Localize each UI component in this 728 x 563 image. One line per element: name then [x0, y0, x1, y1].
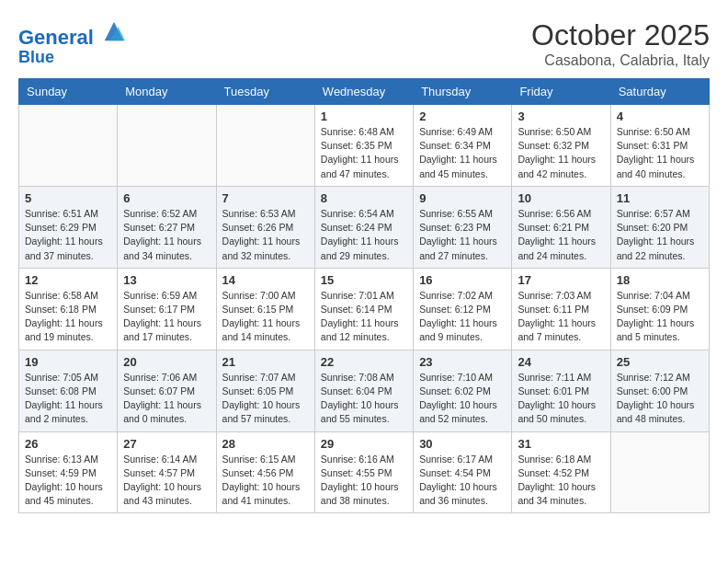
logo-text: General	[18, 18, 127, 49]
weekday-header-thursday: Thursday	[414, 79, 512, 105]
day-number: 22	[321, 355, 407, 369]
day-info: Sunrise: 6:48 AM Sunset: 6:35 PM Dayligh…	[321, 125, 407, 181]
page-header: General Blue October 2025 Casabona, Cala…	[18, 18, 710, 69]
weekday-header-tuesday: Tuesday	[216, 79, 314, 105]
day-number: 8	[321, 191, 407, 205]
calendar-cell: 21Sunrise: 7:07 AM Sunset: 6:05 PM Dayli…	[216, 350, 314, 431]
calendar-cell: 9Sunrise: 6:55 AM Sunset: 6:23 PM Daylig…	[414, 186, 512, 268]
day-number: 21	[222, 355, 309, 369]
weekday-header-wednesday: Wednesday	[314, 79, 413, 105]
day-info: Sunrise: 7:10 AM Sunset: 6:02 PM Dayligh…	[419, 371, 506, 427]
calendar-cell: 11Sunrise: 6:57 AM Sunset: 6:20 PM Dayli…	[610, 186, 709, 268]
day-number: 6	[123, 191, 210, 205]
day-info: Sunrise: 6:18 AM Sunset: 4:52 PM Dayligh…	[518, 453, 604, 509]
calendar-cell: 19Sunrise: 7:05 AM Sunset: 6:08 PM Dayli…	[19, 350, 118, 431]
logo-icon	[101, 18, 127, 44]
calendar-cell: 30Sunrise: 6:17 AM Sunset: 4:54 PM Dayli…	[414, 431, 512, 513]
calendar-cell: 20Sunrise: 7:06 AM Sunset: 6:07 PM Dayli…	[118, 350, 216, 431]
logo-blue: Blue	[18, 49, 127, 67]
day-info: Sunrise: 6:58 AM Sunset: 6:18 PM Dayligh…	[25, 289, 111, 345]
day-info: Sunrise: 6:52 AM Sunset: 6:27 PM Dayligh…	[123, 207, 210, 263]
calendar-cell: 3Sunrise: 6:50 AM Sunset: 6:32 PM Daylig…	[512, 105, 610, 187]
day-info: Sunrise: 7:01 AM Sunset: 6:14 PM Dayligh…	[321, 289, 407, 345]
day-number: 24	[518, 355, 604, 369]
calendar-cell: 10Sunrise: 6:56 AM Sunset: 6:21 PM Dayli…	[512, 186, 610, 268]
calendar-cell: 7Sunrise: 6:53 AM Sunset: 6:26 PM Daylig…	[216, 186, 314, 268]
day-info: Sunrise: 6:15 AM Sunset: 4:56 PM Dayligh…	[222, 453, 309, 509]
calendar-cell: 14Sunrise: 7:00 AM Sunset: 6:15 PM Dayli…	[216, 268, 314, 350]
calendar-cell: 27Sunrise: 6:14 AM Sunset: 4:57 PM Dayli…	[118, 431, 216, 513]
calendar-cell: 18Sunrise: 7:04 AM Sunset: 6:09 PM Dayli…	[610, 268, 709, 350]
calendar-cell: 24Sunrise: 7:11 AM Sunset: 6:01 PM Dayli…	[512, 350, 610, 431]
day-number: 29	[321, 437, 407, 451]
calendar-cell: 4Sunrise: 6:50 AM Sunset: 6:31 PM Daylig…	[610, 105, 709, 187]
calendar-cell: 6Sunrise: 6:52 AM Sunset: 6:27 PM Daylig…	[118, 186, 216, 268]
weekday-header-sunday: Sunday	[19, 79, 118, 105]
calendar-table: SundayMondayTuesdayWednesdayThursdayFrid…	[18, 78, 710, 513]
day-info: Sunrise: 6:13 AM Sunset: 4:59 PM Dayligh…	[25, 453, 111, 509]
day-info: Sunrise: 7:03 AM Sunset: 6:11 PM Dayligh…	[518, 289, 604, 345]
day-number: 15	[321, 273, 407, 287]
calendar-cell: 8Sunrise: 6:54 AM Sunset: 6:24 PM Daylig…	[314, 186, 413, 268]
calendar-week-row: 5Sunrise: 6:51 AM Sunset: 6:29 PM Daylig…	[19, 186, 710, 268]
calendar-week-row: 12Sunrise: 6:58 AM Sunset: 6:18 PM Dayli…	[19, 268, 710, 350]
calendar-cell: 12Sunrise: 6:58 AM Sunset: 6:18 PM Dayli…	[19, 268, 118, 350]
day-info: Sunrise: 6:14 AM Sunset: 4:57 PM Dayligh…	[123, 453, 210, 509]
day-info: Sunrise: 6:53 AM Sunset: 6:26 PM Dayligh…	[222, 207, 309, 263]
calendar-cell: 23Sunrise: 7:10 AM Sunset: 6:02 PM Dayli…	[414, 350, 512, 431]
calendar-week-row: 1Sunrise: 6:48 AM Sunset: 6:35 PM Daylig…	[19, 105, 710, 187]
day-number: 7	[222, 191, 309, 205]
day-number: 26	[25, 437, 111, 451]
day-info: Sunrise: 7:07 AM Sunset: 6:05 PM Dayligh…	[222, 371, 309, 427]
day-number: 10	[518, 191, 604, 205]
title-block: October 2025 Casabona, Calabria, Italy	[531, 18, 710, 69]
day-info: Sunrise: 7:06 AM Sunset: 6:07 PM Dayligh…	[123, 371, 210, 427]
calendar-cell: 22Sunrise: 7:08 AM Sunset: 6:04 PM Dayli…	[314, 350, 413, 431]
day-info: Sunrise: 7:04 AM Sunset: 6:09 PM Dayligh…	[617, 289, 703, 345]
day-number: 30	[419, 437, 506, 451]
logo: General Blue	[18, 18, 127, 67]
calendar-cell: 2Sunrise: 6:49 AM Sunset: 6:34 PM Daylig…	[414, 105, 512, 187]
weekday-header-friday: Friday	[512, 79, 610, 105]
calendar-cell: 16Sunrise: 7:02 AM Sunset: 6:12 PM Dayli…	[414, 268, 512, 350]
day-number: 12	[25, 273, 111, 287]
day-number: 13	[123, 273, 210, 287]
calendar-cell: 13Sunrise: 6:59 AM Sunset: 6:17 PM Dayli…	[118, 268, 216, 350]
day-info: Sunrise: 7:05 AM Sunset: 6:08 PM Dayligh…	[25, 371, 111, 427]
day-number: 16	[419, 273, 506, 287]
day-info: Sunrise: 7:12 AM Sunset: 6:00 PM Dayligh…	[617, 371, 703, 427]
day-info: Sunrise: 6:56 AM Sunset: 6:21 PM Dayligh…	[518, 207, 604, 263]
calendar-week-row: 26Sunrise: 6:13 AM Sunset: 4:59 PM Dayli…	[19, 431, 710, 513]
day-info: Sunrise: 6:49 AM Sunset: 6:34 PM Dayligh…	[419, 125, 506, 181]
day-info: Sunrise: 6:59 AM Sunset: 6:17 PM Dayligh…	[123, 289, 210, 345]
calendar-week-row: 19Sunrise: 7:05 AM Sunset: 6:08 PM Dayli…	[19, 350, 710, 431]
day-info: Sunrise: 6:50 AM Sunset: 6:31 PM Dayligh…	[617, 125, 703, 181]
day-info: Sunrise: 6:57 AM Sunset: 6:20 PM Dayligh…	[617, 207, 703, 263]
day-info: Sunrise: 7:08 AM Sunset: 6:04 PM Dayligh…	[321, 371, 407, 427]
day-info: Sunrise: 6:16 AM Sunset: 4:55 PM Dayligh…	[321, 453, 407, 509]
day-number: 25	[617, 355, 703, 369]
day-number: 3	[518, 109, 604, 123]
day-number: 20	[123, 355, 210, 369]
calendar-cell: 28Sunrise: 6:15 AM Sunset: 4:56 PM Dayli…	[216, 431, 314, 513]
day-number: 4	[617, 109, 703, 123]
calendar-cell	[610, 431, 709, 513]
weekday-header-row: SundayMondayTuesdayWednesdayThursdayFrid…	[19, 79, 710, 105]
calendar-cell: 29Sunrise: 6:16 AM Sunset: 4:55 PM Dayli…	[314, 431, 413, 513]
location: Casabona, Calabria, Italy	[531, 52, 710, 69]
calendar-cell: 31Sunrise: 6:18 AM Sunset: 4:52 PM Dayli…	[512, 431, 610, 513]
day-info: Sunrise: 6:50 AM Sunset: 6:32 PM Dayligh…	[518, 125, 604, 181]
day-info: Sunrise: 6:54 AM Sunset: 6:24 PM Dayligh…	[321, 207, 407, 263]
day-info: Sunrise: 7:11 AM Sunset: 6:01 PM Dayligh…	[518, 371, 604, 427]
day-number: 5	[25, 191, 111, 205]
calendar-cell: 15Sunrise: 7:01 AM Sunset: 6:14 PM Dayli…	[314, 268, 413, 350]
day-info: Sunrise: 6:17 AM Sunset: 4:54 PM Dayligh…	[419, 453, 506, 509]
day-info: Sunrise: 6:55 AM Sunset: 6:23 PM Dayligh…	[419, 207, 506, 263]
day-number: 14	[222, 273, 309, 287]
day-number: 11	[617, 191, 703, 205]
day-info: Sunrise: 7:00 AM Sunset: 6:15 PM Dayligh…	[222, 289, 309, 345]
day-number: 1	[321, 109, 407, 123]
day-number: 27	[123, 437, 210, 451]
weekday-header-saturday: Saturday	[610, 79, 709, 105]
day-number: 9	[419, 191, 506, 205]
